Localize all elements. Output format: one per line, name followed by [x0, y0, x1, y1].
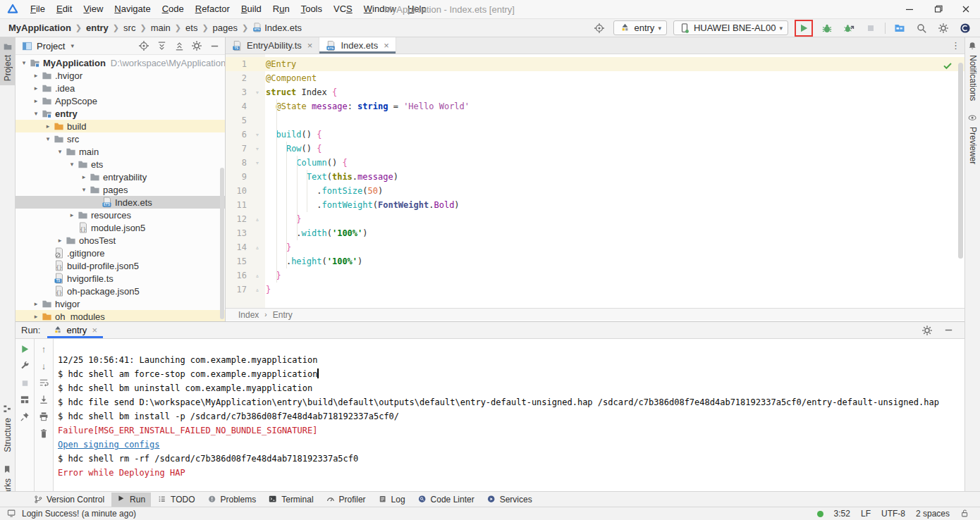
tree-item-appscope[interactable]: ▸AppScope — [16, 94, 225, 107]
device-file-browser-button[interactable] — [892, 20, 907, 36]
tool-window-button-previewer[interactable]: Previewer — [965, 109, 980, 168]
fold-marker-icon[interactable]: ▿ — [250, 85, 265, 99]
event-log-icon[interactable] — [7, 509, 17, 519]
tree-item-main[interactable]: ▾main — [16, 145, 225, 158]
breadcrumb-pages[interactable]: pages — [212, 23, 239, 33]
expand-all-button[interactable] — [155, 39, 168, 52]
tree-item-build[interactable]: ▸build — [16, 120, 225, 132]
breadcrumb-myapplication[interactable]: MyApplication — [7, 23, 73, 33]
maximize-button[interactable] — [924, 0, 952, 18]
tool-window-button-structure[interactable]: Structure — [0, 400, 15, 457]
tool-window-tab-profiler[interactable]: Profiler — [321, 493, 372, 507]
run-tab-entry[interactable]: entry × — [47, 322, 103, 338]
settings-button[interactable] — [936, 20, 951, 36]
tree-item-resources[interactable]: ▸resources — [16, 209, 225, 221]
fold-marker-icon[interactable]: ▿ — [250, 142, 265, 156]
tree-item-ets[interactable]: ▾ets — [16, 158, 225, 171]
tree-expand-icon[interactable]: ▸ — [31, 97, 41, 104]
scrollend-button[interactable] — [39, 395, 49, 405]
menu-run[interactable]: Run — [267, 0, 295, 18]
project-panel-title[interactable]: Project ▾ — [21, 40, 74, 51]
fold-marker-icon[interactable]: ▵ — [250, 212, 265, 226]
tree-expand-icon[interactable]: ▸ — [79, 173, 89, 180]
hide-button[interactable] — [208, 39, 221, 52]
breadcrumb-entry[interactable]: entry — [85, 23, 110, 33]
tree-item-index-ets[interactable]: ETSIndex.ets — [16, 196, 225, 209]
close-icon[interactable]: × — [92, 325, 97, 335]
fold-marker-icon[interactable]: ▿ — [250, 156, 265, 170]
search-everywhere-button[interactable] — [914, 20, 929, 36]
breadcrumb-ets[interactable]: ets — [184, 23, 199, 33]
tree-expand-icon[interactable]: ▸ — [67, 211, 77, 218]
editor-tab-entryability-ts[interactable]: TSEntryAbility.ts× — [226, 37, 319, 54]
inspections-ok-icon[interactable] — [942, 60, 953, 71]
tree-item-idea[interactable]: ▸.idea — [16, 82, 225, 94]
stop-button[interactable] — [863, 20, 878, 36]
profile-button[interactable] — [957, 20, 973, 36]
pin-button[interactable] — [20, 411, 30, 422]
code-breadcrumb-index[interactable]: Index — [238, 310, 259, 320]
breadcrumb-src[interactable]: src — [122, 23, 137, 33]
tree-expand-icon[interactable]: ▸ — [31, 313, 41, 320]
menu-navigate[interactable]: Navigate — [109, 0, 156, 18]
tab-options-icon[interactable]: ⋮ — [951, 40, 960, 51]
code-breadcrumb-entry[interactable]: Entry — [273, 310, 293, 320]
breadcrumb-main[interactable]: main — [149, 23, 172, 33]
tool-window-tab-problems[interactable]: Problems — [202, 493, 262, 507]
stop-gray-button[interactable] — [20, 378, 30, 388]
tool-window-button-notifications[interactable]: Notifications — [965, 37, 980, 105]
fold-marker-icon[interactable]: ▵ — [250, 240, 265, 254]
wrench-button[interactable] — [20, 361, 30, 371]
tool-window-tab-run[interactable]: Run — [111, 493, 151, 507]
gear-button[interactable] — [921, 324, 933, 337]
menu-file[interactable]: File — [25, 0, 51, 18]
tree-item-entry[interactable]: ▾entry — [16, 107, 225, 120]
tree-item-oh-package-json5[interactable]: {}oh-package.json5 — [16, 285, 225, 297]
arrow-up-button[interactable]: ↑ — [39, 344, 49, 354]
close-icon[interactable]: × — [384, 40, 389, 51]
tool-window-tab-code-linter[interactable]: Code Linter — [412, 493, 480, 507]
menu-edit[interactable]: Edit — [51, 0, 78, 18]
line-ending[interactable]: LF — [861, 509, 871, 519]
code-area[interactable]: 1@Entry 2@Component 3▿struct Index { 4 @… — [226, 54, 964, 308]
hide-button[interactable] — [942, 324, 955, 337]
tree-collapse-icon[interactable]: ▾ — [67, 161, 77, 168]
indent-setting[interactable]: 2 spaces — [916, 509, 950, 519]
tree-item-build-profile-json5[interactable]: {}build-profile.json5 — [16, 259, 225, 272]
menu-tools[interactable]: Tools — [295, 0, 328, 18]
fold-marker-icon[interactable]: ▵ — [250, 283, 265, 297]
tree-item-hvigorfile-ts[interactable]: TShvigorfile.ts — [16, 272, 225, 285]
tree-collapse-icon[interactable]: ▾ — [19, 59, 29, 66]
locate-button[interactable] — [137, 39, 150, 52]
tree-item-entryability[interactable]: ▸entryability — [16, 171, 225, 183]
rerun-button[interactable] — [20, 344, 30, 354]
close-button[interactable] — [952, 0, 980, 18]
tree-collapse-icon[interactable]: ▾ — [31, 110, 41, 117]
editor-scrollbar[interactable] — [958, 63, 963, 259]
tree-expand-icon[interactable]: ▸ — [31, 85, 41, 92]
tool-window-tab-terminal[interactable]: Terminal — [263, 493, 319, 507]
file-encoding[interactable]: UTF-8 — [881, 509, 905, 519]
trash-button[interactable] — [39, 428, 49, 439]
status-message[interactable]: Login Success! (a minute ago) — [22, 509, 136, 519]
menu-refactor[interactable]: Refactor — [190, 0, 235, 18]
run-button[interactable] — [795, 20, 813, 37]
tree-collapse-icon[interactable]: ▾ — [55, 148, 65, 155]
tool-window-button-project[interactable]: Project — [0, 37, 15, 85]
tool-window-tab-version-control[interactable]: Version Control — [28, 493, 110, 507]
softwrap-button[interactable] — [39, 378, 49, 388]
collapse-all-button[interactable] — [173, 39, 185, 52]
run-console[interactable]: 12/25 10:56:41: Launching com.example.my… — [54, 339, 964, 491]
target-button[interactable] — [592, 20, 607, 36]
breadcrumb-index-ets[interactable]: ETSIndex.ets — [251, 23, 303, 33]
print-button[interactable] — [39, 411, 49, 422]
arrow-down-button[interactable]: ↓ — [39, 361, 49, 371]
tree-expand-icon[interactable]: ▸ — [43, 123, 53, 130]
editor-tab-index-ets[interactable]: ETSIndex.ets× — [319, 37, 396, 54]
minimize-button[interactable] — [895, 0, 924, 18]
attach-debugger-button[interactable] — [841, 20, 857, 36]
run-config-select[interactable]: entry ▾ — [613, 20, 666, 35]
open-signing-configs-link[interactable]: Open signing configs — [58, 440, 160, 450]
lock-icon[interactable] — [960, 509, 970, 519]
fold-marker-icon[interactable]: ▵ — [250, 268, 265, 283]
